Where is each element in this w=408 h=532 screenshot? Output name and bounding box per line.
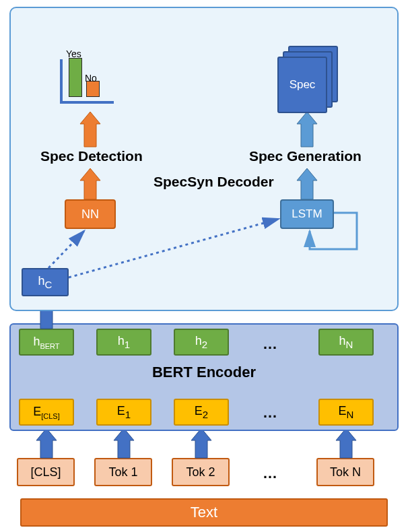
svg-marker-9	[80, 112, 100, 147]
svg-marker-7	[80, 168, 100, 199]
spec-doc-label: Spec	[290, 78, 316, 92]
svg-marker-8	[297, 168, 317, 199]
chart-yes-label: Yes	[66, 48, 81, 59]
chart-x-axis	[60, 101, 114, 104]
spec-detection-label: Spec Detection	[40, 148, 143, 164]
spec-detection-mini-chart: Yes No	[54, 54, 114, 108]
chart-no-label: No	[85, 73, 97, 84]
arrow-det-to-chart	[80, 112, 100, 147]
spec-doc-stack: Spec	[276, 46, 329, 106]
spec-generation-label: Spec Generation	[249, 148, 362, 164]
arrow-gen-to-spec	[297, 112, 317, 147]
chart-y-axis	[60, 59, 63, 102]
arrow-lstm-to-gen	[297, 168, 317, 199]
chart-bar-yes	[69, 58, 82, 97]
svg-marker-10	[297, 112, 317, 147]
arrow-nn-to-det	[80, 168, 100, 199]
